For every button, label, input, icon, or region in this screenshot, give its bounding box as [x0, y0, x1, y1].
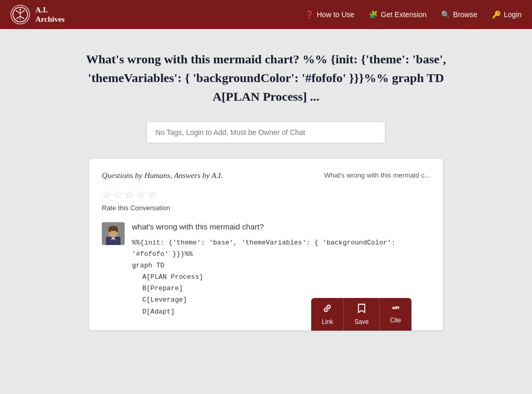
tags-input[interactable] — [147, 121, 385, 143]
star-2[interactable]: ☆ — [113, 188, 123, 201]
star-3[interactable]: ☆ — [125, 188, 134, 201]
page-title: What's wrong with this mermaid chart? %%… — [84, 50, 448, 106]
save-button[interactable]: Save — [344, 298, 379, 331]
main-content: What's wrong with this mermaid chart? %%… — [0, 29, 532, 341]
question-icon: ❓ — [305, 10, 314, 19]
search-icon: 🔍 — [441, 10, 450, 19]
link-button[interactable]: Link — [311, 298, 344, 331]
conversation-card: Questions by Humans, Answers by A.I. Wha… — [89, 159, 443, 330]
nav-links: ❓ How to Use 🧩 Get Extension 🔍 Browse 🔑 … — [305, 10, 522, 19]
how-to-use-link[interactable]: ❓ How to Use — [305, 10, 354, 19]
cite-icon: ❝❞ — [392, 305, 399, 315]
link-label: Link — [322, 318, 333, 325]
star-1[interactable]: ☆ — [102, 188, 111, 201]
code-line-3: graph TD — [132, 260, 430, 271]
logo[interactable]: A.I. Archives — [10, 5, 64, 24]
logo-text: A.I. Archives — [35, 5, 64, 24]
star-5[interactable]: ☆ — [148, 188, 157, 201]
puzzle-icon: 🧩 — [369, 10, 378, 19]
login-link[interactable]: 🔑 Login — [492, 10, 522, 19]
message-question: what's wrong with this mermaid chart? — [132, 222, 430, 231]
cite-button[interactable]: ❝❞ Cite — [380, 298, 411, 331]
card-header: Questions by Humans, Answers by A.I. Wha… — [102, 171, 430, 180]
rate-label: Rate this Conversation — [102, 204, 430, 212]
save-icon — [357, 303, 366, 316]
cite-label: Cite — [390, 317, 401, 324]
code-line-4: A[PLAN Process] — [132, 271, 430, 283]
login-icon: 🔑 — [492, 10, 501, 19]
svg-line-3 — [20, 11, 24, 13]
save-label: Save — [354, 318, 368, 325]
card-title-truncated: What's wrong with this mermaid c... — [324, 171, 430, 179]
star-4[interactable]: ☆ — [136, 188, 145, 201]
star-rating[interactable]: ☆ ☆ ☆ ☆ ☆ — [102, 188, 430, 201]
svg-point-9 — [17, 18, 18, 19]
logo-icon — [10, 5, 30, 24]
action-bar: Link Save ❝❞ Cite — [311, 298, 411, 331]
svg-point-7 — [16, 10, 17, 11]
svg-point-6 — [20, 9, 21, 10]
svg-line-2 — [17, 11, 20, 13]
code-line-1: %%{init: {'theme': 'base', 'themeVariabl… — [132, 237, 430, 249]
code-line-5: B[Prepare] — [132, 283, 430, 294]
svg-rect-16 — [109, 228, 111, 232]
get-extension-link[interactable]: 🧩 Get Extension — [369, 10, 427, 19]
svg-point-8 — [23, 10, 24, 11]
avatar — [102, 222, 125, 245]
svg-rect-17 — [116, 228, 118, 232]
link-icon — [322, 303, 332, 316]
svg-point-10 — [23, 18, 24, 19]
navbar: A.I. Archives ❓ How to Use 🧩 Get Extensi… — [0, 0, 532, 29]
code-line-2: '#fofofo' }}}%% — [132, 249, 430, 260]
browse-link[interactable]: 🔍 Browse — [441, 10, 477, 19]
card-subtitle: Questions by Humans, Answers by A.I. — [102, 171, 223, 180]
